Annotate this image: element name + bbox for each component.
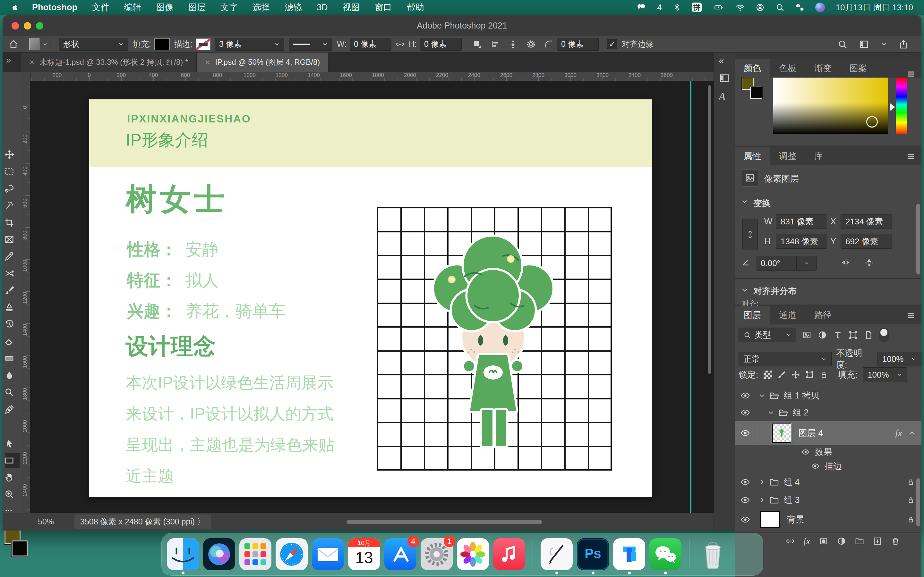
path-alignment-button[interactable] [490,39,500,49]
lock-artboard-button[interactable] [805,370,814,379]
blend-mode-select[interactable]: 正常 [738,351,832,366]
new-adjustment-layer-button[interactable] [837,536,846,546]
dock-pen-app-icon[interactable] [541,538,573,570]
layer-row-group3[interactable]: 组 3 [735,491,921,509]
brush-tool[interactable] [4,285,15,296]
zoom-level-input[interactable]: 50% [38,517,54,526]
filter-shape-layers-icon[interactable] [848,330,858,340]
collapse-effects-chevron[interactable] [908,429,916,437]
tab-paths[interactable]: 路径 [805,306,841,324]
visibility-eye-icon[interactable] [801,448,810,456]
chevron-right-icon[interactable] [758,478,766,486]
minimize-window-button[interactable] [24,22,31,29]
delete-layer-button[interactable] [891,536,900,546]
shape-height-input[interactable]: 0 像素 [420,38,462,51]
frame-tool[interactable] [4,234,15,245]
collapsed-panel-icon[interactable] [719,73,730,84]
tab-patterns[interactable]: 图案 [841,59,876,77]
menu-type[interactable]: 文字 [220,2,238,13]
menu-help[interactable]: 帮助 [407,2,424,13]
transform-width-input[interactable]: 831 像素 [776,214,827,229]
color-field-cursor[interactable] [866,116,878,127]
close-tab-icon[interactable]: × [29,57,34,67]
dock-settings-icon[interactable]: 1 [421,538,453,570]
artboard[interactable]: IPXINXIANGJIESHAO IP形象介绍 树女士 性格：安静 特征：拟人… [89,99,652,497]
chevron-right-icon[interactable] [758,496,766,504]
flip-vertical-button[interactable] [864,257,875,268]
eraser-tool[interactable] [4,336,15,347]
saturation-brightness-field[interactable] [773,77,888,134]
path-arrangement-button[interactable] [508,39,518,49]
document-size-readout[interactable]: 3508 像素 x 2480 像素 (300 ppi) 〉 [74,514,211,529]
spotlight-search-icon[interactable] [775,3,784,12]
tab-channels[interactable]: 通道 [770,306,805,324]
control-center-icon[interactable] [795,3,804,12]
window-titlebar[interactable]: Adobe Photoshop 2021 [3,15,921,36]
chevron-down-icon[interactable] [740,286,749,294]
crop-tool[interactable] [4,217,15,228]
angle-dropdown-button[interactable] [796,256,817,271]
layer-row-background[interactable]: 背景 [735,509,921,530]
layer-row-layer4-selected[interactable]: 图层 4 fx [735,421,921,445]
panel-menu-icon[interactable] [906,311,916,321]
layer-filter-type-select[interactable]: 类型 [738,327,796,342]
tab-libraries[interactable]: 库 [805,147,832,165]
filter-type-layers-icon[interactable] [833,330,843,340]
dock-siri-icon[interactable] [203,538,235,570]
bluetooth-icon[interactable] [673,3,681,11]
lock-all-button[interactable] [819,370,829,379]
filter-smart-objects-icon[interactable] [864,330,873,340]
gradient-tool[interactable] [4,353,15,364]
tool-preset-picker[interactable] [29,39,48,50]
search-icon[interactable] [837,39,848,49]
lock-pixels-button[interactable] [777,370,786,379]
new-group-button[interactable] [855,536,864,546]
canvas-area[interactable]: IPXINXIANGJIESHAO IP形象介绍 树女士 性格：安静 特征：拟人… [30,81,714,513]
dock-photoshop-icon[interactable]: Ps [577,538,609,570]
menu-window[interactable]: 窗口 [375,2,392,13]
menubar-clock[interactable]: 10月13日 周日 13:10 [836,2,913,13]
lock-position-button[interactable] [791,370,800,379]
dock-mail-icon[interactable] [312,538,344,570]
menu-select[interactable]: 选择 [252,2,270,13]
stroke-width-select[interactable]: 3 像素 [215,38,284,51]
transform-x-input[interactable]: 2134 像素 [841,214,892,229]
visibility-eye-icon[interactable] [740,495,751,505]
visibility-eye-icon[interactable] [811,462,819,470]
background-color-well[interactable] [750,87,762,99]
panel-menu-icon[interactable] [906,152,916,161]
path-operations-button[interactable] [472,39,482,49]
menu-filter[interactable]: 滤镜 [284,2,302,13]
stroke-swatch[interactable] [196,39,210,50]
document-tab-ip-psd[interactable]: × IP.psd @ 50% (图层 4, RGB/8) [197,53,328,72]
eyedropper-tool[interactable] [4,251,15,262]
history-brush-tool[interactable] [4,319,15,330]
share-icon[interactable] [898,39,909,49]
chevron-down-icon[interactable] [880,41,887,48]
layer-row-group1-copy[interactable]: 组 1 拷贝 [735,387,921,404]
dodge-tool[interactable] [4,387,15,398]
canvas-horizontal-scrollbar[interactable] [347,520,542,524]
zoom-tool[interactable] [4,489,15,500]
toolbar-collapse-chevrons[interactable]: » [6,55,11,65]
dock-trash-icon[interactable] [697,538,729,570]
new-layer-button[interactable] [873,536,882,546]
menu-view[interactable]: 视图 [342,2,360,13]
dock-docs-app-icon[interactable] [613,538,645,570]
quick-selection-tool[interactable] [4,200,15,211]
transform-y-input[interactable]: 692 像素 [841,234,892,249]
link-wh-button[interactable] [742,219,758,250]
wechat-status-icon[interactable] [636,3,646,12]
background-color-swatch[interactable] [11,540,27,556]
visibility-eye-icon[interactable] [740,515,751,524]
lasso-tool[interactable] [4,183,15,194]
lock-transparency-button[interactable] [764,371,772,379]
layer4-thumbnail[interactable] [772,424,792,443]
tab-layers[interactable]: 图层 [735,306,770,324]
visibility-eye-icon[interactable] [740,391,751,400]
wifi-icon[interactable] [736,3,745,12]
dock-finder-icon[interactable] [167,538,199,570]
layer-row-group2[interactable]: 组 2 [735,404,921,421]
tool-mode-select[interactable]: 形状 [59,38,128,51]
close-tab-icon[interactable]: × [205,57,210,67]
